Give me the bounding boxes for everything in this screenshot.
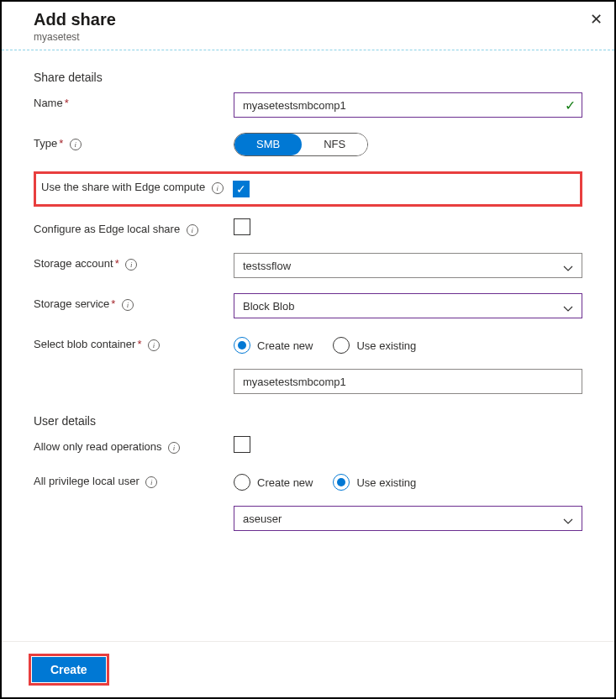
chevron-down-icon [563,515,573,522]
required-mark: * [59,137,63,150]
info-icon[interactable]: i [148,339,160,351]
required-mark: * [115,257,119,270]
highlight-create-button: Create [29,654,109,686]
label-storage-service: Storage service [34,297,109,310]
storage-account-select[interactable]: testssflow [234,253,582,278]
radio-container-create-new[interactable]: Create new [234,337,313,354]
storage-service-value: Block Blob [243,300,294,313]
user-select-value: aseuser [243,512,282,525]
info-icon[interactable]: i [122,299,134,311]
required-mark: * [111,297,115,310]
checkbox-allow-read-only[interactable] [234,436,250,453]
storage-account-value: testssflow [243,260,291,272]
panel-subtitle: myasetest [34,31,599,43]
info-icon[interactable]: i [168,442,180,454]
chevron-down-icon [563,302,573,309]
section-share-details: Share details [34,71,582,84]
section-user-details: User details [34,414,582,428]
checkbox-edge-compute[interactable]: ✓ [233,181,250,197]
info-icon[interactable]: i [125,259,137,271]
chevron-down-icon [563,262,573,269]
label-use-edge-compute: Use the share with Edge compute [41,181,205,193]
close-button[interactable]: ✕ [590,10,603,29]
panel-title: Add share [34,10,599,29]
label-allow-read-only: Allow only read operations [34,440,161,453]
user-select[interactable]: aseuser [234,506,582,531]
checkmark-icon: ✓ [565,97,576,113]
create-button[interactable]: Create [32,657,106,682]
info-icon[interactable]: i [145,476,157,488]
radio-user-use-existing[interactable]: Use existing [333,474,416,491]
radio-icon [333,337,350,354]
storage-service-select[interactable]: Block Blob [234,293,582,318]
type-option-nfs[interactable]: NFS [302,134,367,155]
radio-icon [234,474,250,491]
required-mark: * [65,97,69,109]
label-name: Name [34,97,63,109]
radio-user-create-new[interactable]: Create new [234,474,313,491]
highlight-edge-compute: Use the share with Edge compute i ✓ [34,171,582,207]
label-select-blob-container: Select blob container [34,338,135,350]
info-icon[interactable]: i [70,139,82,150]
info-icon[interactable]: i [187,224,198,236]
radio-icon [234,337,250,354]
required-mark: * [137,338,141,350]
label-type: Type [34,137,57,150]
info-icon[interactable]: i [212,182,224,194]
label-all-privilege-user: All privilege local user [34,475,140,487]
close-icon: ✕ [590,11,603,28]
blob-container-name-input[interactable] [234,369,582,394]
type-option-smb[interactable]: SMB [234,134,302,155]
radio-container-use-existing[interactable]: Use existing [333,337,416,354]
label-storage-account: Storage account [34,257,113,270]
checkbox-configure-local[interactable] [234,218,250,235]
type-toggle: SMB NFS [234,133,368,156]
radio-icon [333,474,350,491]
name-input[interactable] [234,92,582,118]
label-configure-local: Configure as Edge local share [34,223,180,235]
